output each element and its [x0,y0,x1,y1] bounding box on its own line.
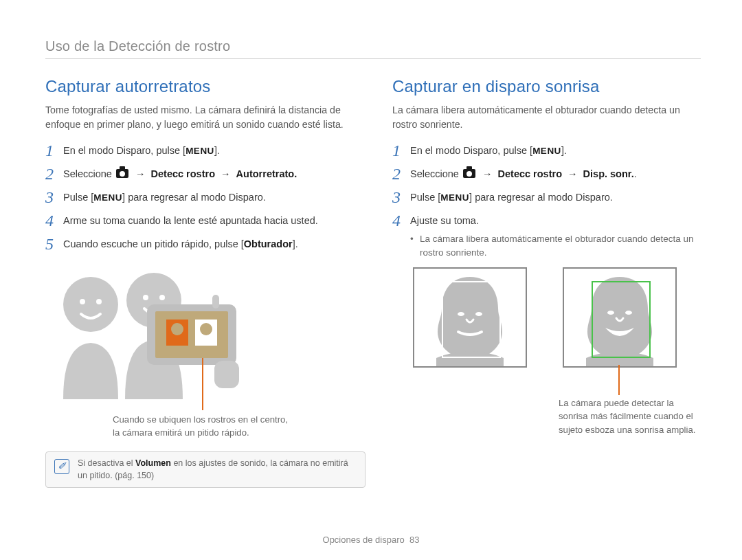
steps-right: 1 En el modo Disparo, pulse [MENU]. 2 Se… [392,144,701,259]
svg-point-11 [200,323,212,335]
note-box: ✐ Si desactiva el Volumen en los ajustes… [45,451,366,488]
step-text: Ajuste su toma. La cámara libera automát… [410,214,701,259]
step-number: 3 [45,189,63,205]
step-text: Arme su toma cuando la lente esté apunta… [63,214,354,228]
column-right: Capturar en disparo sonrisa La cámara li… [392,77,701,488]
svg-point-2 [80,299,85,304]
step-number: 3 [392,189,410,205]
svg-point-10 [171,323,183,335]
svg-point-4 [143,295,148,300]
step-text: Pulse [MENU] para regresar al modo Dispa… [410,190,701,205]
svg-rect-13 [212,295,219,309]
menu-label: MENU [440,191,469,205]
section-title: Uso de la Detección de rostro [45,38,701,54]
manual-page: Uso de la Detección de rostro Capturar a… [0,0,742,560]
note-icon: ✐ [54,459,69,474]
step-number: 4 [392,212,410,229]
step-text: Cuando escuche un pitido rápido, pulse [… [63,237,354,251]
callout-text: La cámara puede detectar la sonrisa más … [559,396,696,436]
menu-label: MENU [532,144,561,158]
menu-label: MENU [93,191,122,205]
svg-point-3 [96,299,102,304]
svg-rect-12 [214,361,239,388]
focus-frame-green [592,281,651,358]
svg-point-5 [159,295,165,300]
step-text: Seleccione → Detecc rostro → Autorretrat… [63,167,354,181]
callout-line [618,365,620,395]
divider [45,58,701,59]
heading-left: Capturar autorretratos [45,77,354,96]
step-text: Seleccione → Detecc rostro → Disp. sonr.… [410,167,701,181]
step-number: 2 [392,166,410,182]
focus-frame-white [442,281,501,358]
intro-right: La cámara libera automáticamente el obtu… [392,103,701,131]
step-number: 4 [45,212,63,229]
camera-icon [463,169,475,178]
step-number: 1 [392,142,410,159]
example-pane-smile [563,267,677,368]
note-text: Si desactiva el Volumen en los ajustes d… [78,458,357,482]
step-text: En el modo Disparo, pulse [MENU]. [63,144,354,158]
step-text: En el modo Disparo, pulse [MENU]. [410,144,701,158]
menu-label: MENU [186,144,214,158]
illustration-smile: La cámara puede detectar la sonrisa más … [413,267,701,439]
column-left: Capturar autorretratos Tome fotografías … [45,77,354,488]
svg-rect-7 [155,311,228,358]
illustration-selfportrait: Cuando se ubiquen los rostros en el cent… [51,262,346,434]
step-number: 1 [45,142,63,159]
page-footer: Opciones de disparo 83 [0,535,742,545]
example-pane-neutral [413,267,527,368]
intro-left: Tome fotografías de usted mismo. La cáma… [45,103,354,131]
step-text: Pulse [MENU] para regresar al modo Dispa… [63,190,354,205]
step-number: 5 [45,236,63,252]
svg-point-0 [63,277,118,332]
callout-text: Cuando se ubiquen los rostros en el cent… [113,413,291,439]
step-sub-bullet: La cámara libera automáticamente el obtu… [410,232,701,259]
heading-right: Capturar en disparo sonrisa [392,77,701,96]
camera-icon [116,169,128,178]
callout-line [202,358,203,410]
step-number: 2 [45,166,63,182]
steps-left: 1 En el modo Disparo, pulse [MENU]. 2 Se… [45,144,354,252]
